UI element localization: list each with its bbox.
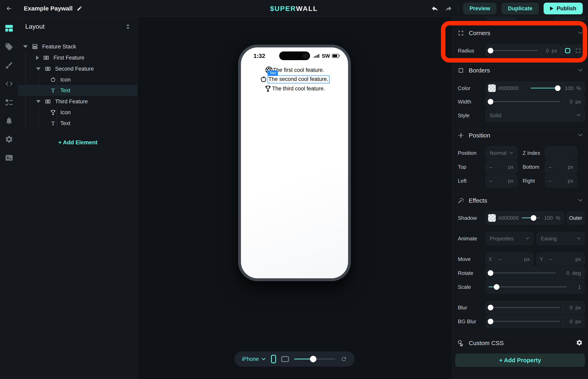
portrait-orientation-button[interactable] — [271, 355, 276, 363]
blur-slider-knob[interactable] — [488, 305, 493, 310]
scale-slider[interactable] — [486, 281, 570, 293]
bg-blur-slider[interactable] — [486, 315, 563, 328]
refresh-icon[interactable] — [340, 355, 347, 363]
notifications-bell-icon[interactable] — [4, 116, 14, 125]
editor-canvas[interactable]: 1:32 SW The first cool feature. — [138, 17, 452, 379]
back-button[interactable] — [0, 0, 18, 17]
shadow-slider-knob[interactable] — [531, 215, 536, 221]
undo-button[interactable] — [430, 4, 439, 13]
color-swatch[interactable] — [488, 214, 496, 222]
zoom-slider[interactable] — [294, 355, 335, 363]
preview-button[interactable]: Preview — [463, 3, 496, 14]
landscape-orientation-button[interactable] — [281, 356, 289, 362]
rotate-slider-knob[interactable] — [488, 270, 493, 276]
shadow-opacity-value[interactable]: 100 — [544, 215, 553, 221]
zoom-slider-knob[interactable] — [310, 356, 316, 362]
scale-slider-knob[interactable] — [494, 284, 499, 290]
add-property-button[interactable]: + Add Property — [455, 354, 585, 367]
border-color-value[interactable]: #000000 — [498, 85, 528, 91]
position-section-header[interactable]: Position — [452, 131, 588, 140]
border-style-select[interactable]: Solid — [485, 109, 585, 122]
animate-properties-select[interactable]: Properties — [485, 232, 534, 245]
bg-blur-slider-knob[interactable] — [488, 319, 493, 324]
products-tag-icon[interactable] — [4, 42, 14, 51]
edit-pencil-icon[interactable] — [77, 6, 82, 11]
code-icon[interactable] — [4, 79, 14, 88]
expand-arrow-icon[interactable] — [36, 56, 39, 60]
tree-item-second-text-selected[interactable]: T Text — [18, 85, 138, 96]
chevron-down-icon[interactable] — [578, 199, 583, 203]
top-input[interactable]: –px — [485, 160, 517, 173]
collapse-arrow-icon[interactable] — [23, 45, 28, 48]
radius-slider-knob[interactable] — [488, 48, 493, 53]
left-input[interactable]: –px — [485, 174, 517, 187]
radius-value[interactable]: 0 — [546, 48, 549, 54]
tree-item-third-text[interactable]: T Text — [18, 118, 138, 129]
css-settings-gear-icon[interactable] — [576, 339, 583, 347]
move-y-input[interactable]: Y – px — [537, 253, 585, 266]
feature-row-third[interactable]: The third cool feature. — [264, 85, 325, 93]
layout-tab-icon[interactable] — [4, 24, 14, 33]
rotate-slider[interactable] — [486, 267, 558, 279]
scale-value[interactable]: 1 — [578, 284, 581, 290]
shadow-color-value[interactable]: #000000 — [498, 215, 519, 221]
corners-section-header[interactable]: Corners — [452, 28, 588, 38]
selected-text-element[interactable]: Text The second cool feature. — [268, 76, 329, 83]
per-corner-radius-icon[interactable] — [574, 46, 583, 55]
width-slider-knob[interactable] — [488, 99, 493, 105]
rotate-value[interactable]: 0 — [566, 270, 569, 276]
border-opacity-value[interactable]: 100 — [565, 85, 573, 91]
redo-button[interactable] — [444, 4, 453, 13]
bottom-input[interactable]: –px — [545, 160, 577, 173]
sort-icon[interactable] — [125, 24, 131, 30]
tree-item-feature-stack[interactable]: Feature Stack — [18, 41, 138, 52]
custom-css-section-header[interactable]: Custom CSS — [452, 338, 588, 348]
theme-brush-icon[interactable] — [4, 61, 14, 70]
radius-slider[interactable] — [486, 44, 541, 57]
move-x-input[interactable]: X – px — [485, 253, 534, 266]
terminal-icon[interactable] — [4, 153, 14, 162]
add-element-button[interactable]: + Add Element — [18, 137, 138, 148]
publish-button[interactable]: Publish — [544, 3, 583, 14]
device-select[interactable]: iPhone — [242, 356, 266, 362]
border-width-value[interactable]: 0 — [570, 99, 573, 105]
tree-item-third-icon[interactable]: Icon — [18, 107, 138, 118]
tree-item-second-icon[interactable]: Icon — [18, 74, 138, 85]
tree-item-second-feature[interactable]: Second Feature — [18, 63, 138, 74]
feature-row-second[interactable]: Text The second cool feature. — [260, 75, 329, 83]
animate-easing-select[interactable]: Easing — [537, 232, 585, 245]
color-swatch[interactable] — [488, 84, 496, 92]
section-divider — [452, 64, 588, 65]
shadow-opacity-slider[interactable] — [519, 212, 543, 224]
duplicate-button[interactable]: Duplicate — [501, 3, 539, 14]
tree-item-third-feature[interactable]: Third Feature — [18, 96, 138, 107]
chevron-down-icon[interactable] — [578, 69, 583, 72]
bg-blur-value[interactable]: 0 — [570, 318, 573, 325]
chevron-down-icon — [576, 114, 581, 117]
carrier-label: SW — [322, 53, 330, 59]
play-icon — [550, 6, 553, 11]
blur-value[interactable]: 0 — [570, 304, 573, 311]
chevron-down-icon[interactable] — [578, 134, 583, 137]
checklist-icon[interactable] — [4, 98, 14, 107]
radius-control: 0px — [485, 44, 561, 57]
tree-item-first-feature[interactable]: First Feature — [18, 52, 138, 63]
position-mode-select[interactable]: Normal — [485, 146, 517, 159]
effects-section-header[interactable]: Effects — [452, 196, 588, 205]
border-opacity-slider[interactable] — [528, 82, 563, 95]
zindex-input[interactable] — [545, 146, 577, 159]
collapse-arrow-icon[interactable] — [36, 67, 41, 70]
settings-gear-icon[interactable] — [4, 135, 14, 144]
blur-slider[interactable] — [486, 301, 563, 314]
chevron-down-icon[interactable] — [578, 31, 583, 35]
right-input[interactable]: –px — [545, 174, 577, 187]
effects-wand-icon — [457, 197, 464, 204]
borders-section-header[interactable]: Borders — [452, 66, 588, 75]
uniform-radius-icon[interactable] — [563, 46, 572, 55]
position-mode-row: Position Normal Z Index — [452, 146, 588, 159]
text-icon: T — [49, 119, 57, 127]
border-width-slider[interactable] — [486, 95, 563, 108]
opacity-slider-knob[interactable] — [555, 85, 560, 91]
shadow-mode-button[interactable]: Outer — [567, 211, 585, 224]
collapse-arrow-icon[interactable] — [36, 100, 41, 103]
